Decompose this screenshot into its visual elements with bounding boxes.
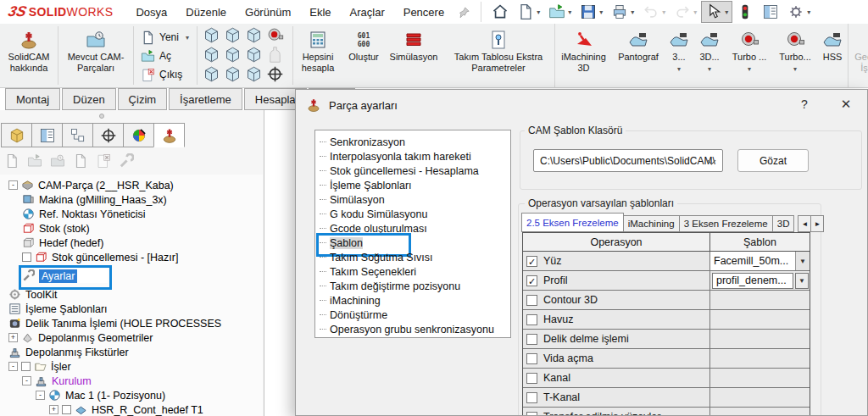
settings-category-item[interactable]: Gcode oluşturulması — [315, 221, 510, 236]
operation-checkbox[interactable] — [526, 334, 537, 345]
ribbon-button[interactable]: Geodesic İşleme ▾ — [848, 24, 868, 87]
tab-solidcam-manager[interactable] — [153, 123, 185, 147]
tree-item[interactable]: Hedef (hedef) — [3, 236, 263, 250]
operation-checkbox[interactable] — [526, 275, 537, 286]
dropdown-caret-icon[interactable]: ▾ — [725, 8, 728, 16]
menu-item[interactable]: Pencere — [394, 0, 453, 24]
settings-category-item[interactable]: Takım Seçenekleri — [315, 264, 510, 279]
template-tab[interactable]: iMachining — [623, 215, 680, 232]
cube-icon[interactable] — [203, 65, 220, 83]
menu-item[interactable]: Düzenle — [176, 0, 236, 24]
template-cell[interactable]: profil_denem... — [710, 271, 810, 290]
dropdown-caret-icon[interactable]: ▾ — [677, 64, 681, 75]
ribbon-button[interactable]: 3... ▾ — [665, 24, 693, 87]
tab-dimxpert[interactable] — [92, 123, 124, 147]
tree-item[interactable]: Ref. Noktası Yöneticisi — [3, 207, 263, 221]
help-button[interactable]: ? — [796, 97, 813, 111]
tree-item[interactable]: Delik Tanıma İşlemi (HOLE PROCESSES — [3, 316, 263, 330]
dropdown-arrow-button[interactable] — [795, 252, 810, 270]
tab-scroll-left-button[interactable]: ◄ — [798, 215, 811, 232]
cube-icon[interactable] — [245, 46, 263, 64]
cube-icon[interactable] — [245, 65, 263, 83]
ribbon-button[interactable]: iMachining 3D ▾ — [554, 24, 612, 87]
tree-expander[interactable]: - — [22, 376, 31, 385]
tree-expander[interactable]: - — [8, 362, 18, 371]
file-action-button[interactable]: Aç ▾ — [141, 47, 193, 65]
tree-checkbox[interactable] — [22, 252, 31, 262]
tree-item[interactable]: + HSR_R_Cont_hedef T1 — [3, 402, 263, 416]
operation-checkbox[interactable] — [526, 256, 537, 267]
cube-icon[interactable] — [224, 26, 242, 44]
settings-category-item[interactable]: Simülasyon — [315, 192, 510, 207]
print-button[interactable]: ▾ — [607, 1, 638, 23]
existing-cam-parts-button[interactable]: Mevcut CAM-Parçaları — [58, 24, 133, 87]
template-folder-combobox[interactable]: C:\Users\Public\Documents\SolidCAM\ — [533, 149, 723, 172]
file-action-button[interactable]: Yeni ▾ — [141, 28, 193, 47]
pin-icon[interactable] — [453, 1, 475, 23]
settings-category-item[interactable]: İşleme Şablonları — [315, 178, 510, 192]
cube-icon[interactable] — [224, 46, 242, 64]
panel-splitter-handle[interactable] — [99, 114, 104, 119]
dropdown-arrow-button[interactable] — [795, 273, 809, 289]
dropdown-caret-icon[interactable]: ▾ — [537, 8, 540, 16]
tree-item[interactable]: - Mac 1 (1- Pozisyonu) — [3, 388, 263, 402]
ribbon-button[interactable]: Turbo ... ▾ — [726, 24, 773, 87]
tree-item[interactable]: ToolKit — [3, 287, 263, 302]
command-tab[interactable]: İşaretleme — [169, 88, 242, 110]
template-cell[interactable] — [710, 310, 810, 329]
command-tab[interactable]: Montaj — [5, 88, 60, 110]
command-tab[interactable]: Çizim — [118, 88, 168, 110]
traffic-light-icon[interactable] — [732, 1, 758, 23]
solidcam-about-button[interactable]: SolidCAM hakkında — [0, 24, 58, 87]
operation-checkbox[interactable] — [526, 314, 537, 325]
tab-property-manager[interactable] — [31, 123, 63, 147]
ribbon-button[interactable]: Takım Tablosu Ekstra Parametreler ▾ — [442, 24, 554, 87]
template-cell[interactable] — [710, 369, 810, 387]
template-tab[interactable]: 3 Eksen Frezeleme — [679, 215, 773, 232]
dropdown-caret-icon[interactable]: ▾ — [568, 8, 571, 16]
select-cursor-button[interactable]: ▾ — [701, 1, 732, 23]
home-button[interactable] — [487, 1, 513, 23]
file-action-button[interactable]: Çıkış ▾ — [141, 65, 193, 84]
tree-checkbox[interactable] — [21, 362, 31, 371]
cube-icon[interactable] — [245, 26, 263, 44]
template-tab[interactable]: 2.5 Eksen Frezeleme — [521, 213, 624, 232]
tree-item[interactable]: + Depolanmış Geometriler — [3, 330, 263, 345]
tree-item[interactable]: - CAM-Parça (2__HSR_Kaba) — [3, 178, 263, 192]
template-cell[interactable] — [710, 349, 810, 368]
settings-category-item[interactable]: Takım Soğutma Sıvısı — [315, 250, 510, 264]
settings-category-item[interactable]: Takım değiştirme pozisyonu — [315, 279, 510, 293]
tree-expander[interactable]: - — [8, 180, 18, 190]
template-cell[interactable]: Facemill_50m... — [710, 252, 810, 270]
template-cell[interactable] — [710, 388, 810, 407]
menu-item[interactable]: Dosya — [126, 0, 176, 24]
dropdown-caret-icon[interactable]: ▾ — [599, 8, 603, 16]
cone-icon[interactable] — [266, 46, 284, 64]
ribbon-button[interactable]: Hepsini hesapla ▾ — [293, 24, 342, 87]
tree-expander[interactable]: + — [8, 333, 18, 342]
close-icon[interactable]: ✕ — [837, 97, 855, 112]
dropdown-caret-icon[interactable]: ▾ — [708, 64, 711, 75]
settings-category-item[interactable]: iMachining — [315, 293, 510, 308]
tree-item[interactable]: - Kurulum — [3, 374, 263, 388]
cube-icon[interactable] — [203, 26, 220, 44]
tab-configuration-manager[interactable] — [62, 123, 93, 147]
coordinate-icon[interactable] — [266, 65, 284, 83]
template-tab[interactable]: 3D — [772, 215, 795, 232]
template-cell[interactable] — [710, 291, 810, 309]
ribbon-button[interactable]: HSS ▾ — [817, 24, 848, 87]
cube-icon[interactable] — [224, 65, 242, 83]
tree-item[interactable]: Depolanmış Fikstürler — [3, 345, 263, 359]
template-cell[interactable] — [710, 408, 810, 416]
ribbon-button[interactable]: 3D... ▾ — [693, 24, 726, 87]
dropdown-caret-icon[interactable]: ▾ — [186, 34, 189, 42]
display-pane-button[interactable] — [758, 1, 783, 23]
ribbon-button[interactable]: Turbo... ▾ — [773, 24, 817, 87]
settings-category-item[interactable]: Şablon — [315, 236, 510, 250]
cube-icon[interactable] — [203, 46, 220, 64]
tree-checkbox[interactable] — [62, 405, 71, 414]
options-gear-button[interactable]: ▾ — [783, 1, 815, 23]
operation-checkbox[interactable] — [526, 392, 537, 403]
operation-checkbox[interactable] — [526, 295, 537, 306]
settings-category-item[interactable]: Senkronizasyon — [315, 135, 510, 149]
